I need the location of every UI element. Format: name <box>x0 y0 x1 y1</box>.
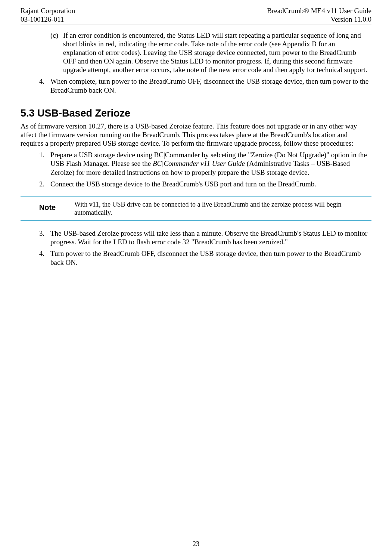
header-left: Rajant Corporation 03-100126-011 <box>21 7 75 24</box>
s53-step1-marker: 1. <box>39 151 44 159</box>
header-rule-1 <box>21 25 371 25</box>
section-heading-5-3: 5.3 USB-Based Zerioze <box>21 107 371 120</box>
s53-step3: 3. The USB-based Zeroize process will ta… <box>39 229 369 246</box>
s53-step3-text: The USB-based Zeroize process will take … <box>50 229 367 246</box>
page-header: Rajant Corporation 03-100126-011 BreadCr… <box>21 7 371 24</box>
s53-step1-italic: BC|Commander v11 User Guide <box>153 160 245 167</box>
s53-step3-marker: 3. <box>39 229 44 238</box>
note-text: With v11, the USB drive can be connected… <box>74 201 371 217</box>
s53-step4: 4. Turn power to the BreadCrumb OFF, dis… <box>39 249 369 266</box>
note-label: Note <box>21 201 74 212</box>
header-guide-title: BreadCrumb® ME4 v11 User Guide <box>267 7 371 15</box>
header-company: Rajant Corporation <box>21 7 75 15</box>
list-text-4: When complete, turn power to the BreadCr… <box>50 77 368 94</box>
section-intro: As of firmware version 10.27, there is a… <box>21 122 369 148</box>
s53-step4-marker: 4. <box>39 249 44 258</box>
note-callout: Note With v11, the USB drive can be conn… <box>21 197 371 221</box>
header-version: Version 11.0.0 <box>267 15 371 24</box>
header-docnum: 03-100126-011 <box>21 15 75 24</box>
header-rule-2 <box>21 26 371 26</box>
page-number: 23 <box>21 540 371 548</box>
list-marker-4: 4. <box>39 77 44 86</box>
list-item-3c: (c) If an error condition is encountered… <box>50 31 369 74</box>
s53-step1: 1. Prepare a USB storage device using BC… <box>39 151 369 177</box>
s53-step2-text: Connect the USB storage device to the Br… <box>50 180 316 188</box>
list-marker-3c: (c) <box>50 31 58 40</box>
s53-step4-text: Turn power to the BreadCrumb OFF, discon… <box>50 250 361 266</box>
s53-step2-marker: 2. <box>39 180 44 188</box>
s53-step1-text: Prepare a USB storage device using BC|Co… <box>50 151 367 176</box>
header-right: BreadCrumb® ME4 v11 User Guide Version 1… <box>267 7 371 24</box>
s53-step2: 2. Connect the USB storage device to the… <box>39 180 369 188</box>
list-text-3c: If an error condition is encountered, th… <box>63 31 367 74</box>
page-content: (c) If an error condition is encountered… <box>21 31 371 267</box>
list-item-4: 4. When complete, turn power to the Brea… <box>39 77 369 94</box>
